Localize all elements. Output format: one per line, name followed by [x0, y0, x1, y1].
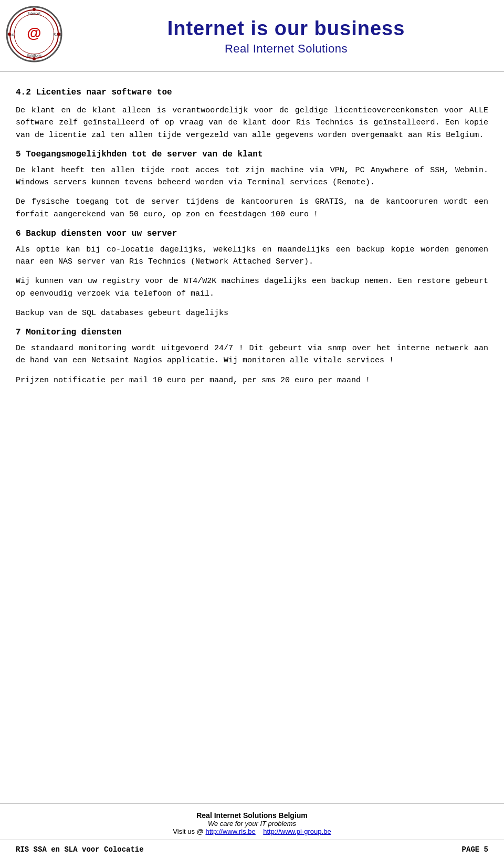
footer-tagline: We care for your IT problems: [10, 820, 494, 827]
section-6-para-3: Backup van de SQL databases gebeurt dage…: [16, 307, 488, 319]
footer-company-name: Real Internet Solutions Belgium: [10, 811, 494, 820]
section-5: 5 Toegangsmogelijkhden tot de server van…: [16, 150, 488, 221]
svg-point-11: [57, 33, 60, 36]
section-6-para-1: Als optie kan bij co-locatie dagelijks, …: [16, 244, 488, 268]
svg-point-8: [33, 8, 36, 11]
section-5-para-2: De fysische toegang tot de server tijden…: [16, 196, 488, 221]
page-header: @ Internet Solutions Real R.I.S. Interne…: [0, 0, 504, 72]
logo-area: @ Internet Solutions Real R.I.S.: [5, 5, 79, 66]
section-6: 6 Backup diensten voor uw server Als opt…: [16, 229, 488, 319]
svg-text:@: @: [27, 25, 41, 41]
company-logo: @ Internet Solutions Real R.I.S.: [5, 5, 63, 63]
doc-title: RIS SSA en SLA voor Colocatie: [16, 845, 144, 854]
bottom-spacer: [16, 394, 488, 478]
svg-text:Internet: Internet: [28, 12, 40, 15]
footer-link-ris[interactable]: http://www.ris.be: [205, 827, 255, 835]
page-number: PAGE 5: [462, 845, 488, 854]
section-4-2: 4.2 Licenties naar software toe De klant…: [16, 88, 488, 141]
footer-links: Visit us @ http://www.ris.be http://www.…: [10, 827, 494, 835]
section-4-2-heading: 4.2 Licenties naar software toe: [16, 88, 488, 97]
section-5-heading: 5 Toegangsmogelijkhden tot de server van…: [16, 150, 488, 159]
footer-visit-text: Visit us @: [173, 827, 203, 835]
section-4-2-para-1: De klant en de klant alleen is verantwoo…: [16, 104, 488, 141]
svg-point-10: [8, 33, 11, 36]
section-7-heading: 7 Monitoring diensten: [16, 328, 488, 337]
main-content: 4.2 Licenties naar software toe De klant…: [0, 72, 504, 803]
page-footer-bar: RIS SSA en SLA voor Colocatie PAGE 5: [0, 840, 504, 859]
footer-link-pigroup[interactable]: http://www.pi-group.be: [263, 827, 331, 835]
page-footer: Real Internet Solutions Belgium We care …: [0, 803, 504, 840]
section-7-para-1: De standaard monitoring wordt uitgevoerd…: [16, 342, 488, 367]
section-7-para-2: Prijzen notificatie per mail 10 euro per…: [16, 374, 488, 386]
svg-point-9: [33, 57, 36, 60]
header-text: Internet is our business Real Internet S…: [79, 15, 494, 56]
section-6-heading: 6 Backup diensten voor uw server: [16, 229, 488, 238]
header-subtitle: Real Internet Solutions: [225, 42, 348, 56]
page: @ Internet Solutions Real R.I.S. Interne…: [0, 0, 504, 859]
section-5-para-1: De klant heeft ten allen tijde root acce…: [16, 164, 488, 189]
section-7: 7 Monitoring diensten De standaard monit…: [16, 328, 488, 386]
svg-text:Solutions: Solutions: [27, 54, 42, 57]
header-title: Internet is our business: [167, 18, 405, 40]
section-6-para-2: Wij kunnen van uw registry voor de NT4/W…: [16, 275, 488, 300]
